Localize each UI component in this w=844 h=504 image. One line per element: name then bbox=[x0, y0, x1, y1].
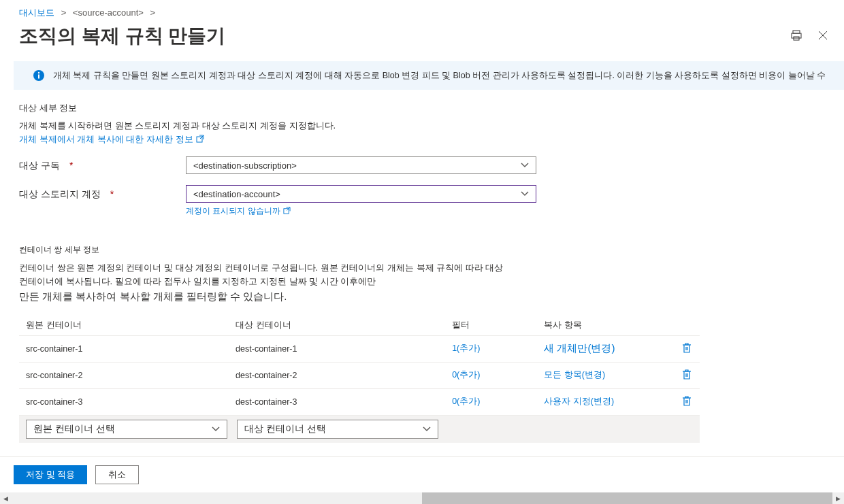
table-header: 원본 컨테이너 대상 컨테이너 필터 복사 항목 bbox=[19, 315, 700, 335]
dest-select-value: 대상 컨테이너 선택 bbox=[244, 423, 326, 435]
cell-filter-link[interactable]: 1(추가) bbox=[452, 343, 544, 354]
cell-filter-link[interactable]: 0(추가) bbox=[452, 369, 544, 381]
print-button[interactable] bbox=[788, 27, 805, 46]
account-label: 대상 스토리지 계정* bbox=[19, 185, 186, 201]
delete-row-button[interactable] bbox=[681, 368, 693, 383]
cell-copy-link[interactable]: 모든 항목(변경) bbox=[544, 369, 666, 381]
table-selector-row: 원본 컨테이너 선택 대상 컨테이너 선택 bbox=[19, 415, 700, 443]
learn-more-text: 개체 복제에서 개체 복사에 대한 자세한 정보 bbox=[19, 133, 193, 146]
subscription-dropdown[interactable]: <destination-subscription> bbox=[186, 156, 536, 174]
col-header-source: 원본 컨테이너 bbox=[26, 319, 236, 331]
source-select-value: 원본 컨테이너 선택 bbox=[33, 423, 115, 435]
cell-dest: dest-container-1 bbox=[236, 344, 452, 354]
trash-icon bbox=[682, 371, 692, 382]
scroll-track[interactable] bbox=[12, 492, 832, 504]
svg-point-6 bbox=[38, 72, 39, 73]
close-button[interactable] bbox=[815, 28, 830, 45]
breadcrumb: 대시보드 > <source-account> > bbox=[0, 0, 844, 23]
container-table: 원본 컨테이너 대상 컨테이너 필터 복사 항목 src-container-1… bbox=[19, 315, 700, 443]
external-link-icon bbox=[283, 207, 291, 216]
scroll-thumb[interactable] bbox=[422, 492, 832, 504]
scroll-right-arrow[interactable]: ▶ bbox=[832, 492, 844, 504]
trash-icon bbox=[682, 345, 692, 355]
chevron-down-icon bbox=[521, 190, 529, 198]
learn-more-link[interactable]: 개체 복제에서 개체 복사에 대한 자세한 정보 bbox=[19, 133, 204, 146]
breadcrumb-separator: > bbox=[150, 7, 156, 18]
external-link-icon bbox=[196, 135, 204, 144]
cell-dest: dest-container-3 bbox=[236, 397, 452, 407]
page-title: 조직의 복제 규칙 만들기 bbox=[19, 23, 788, 49]
col-header-copy: 복사 항목 bbox=[544, 319, 666, 331]
save-button[interactable]: 저장 및 적용 bbox=[14, 465, 87, 484]
account-helper-text: 계정이 표시되지 않습니까 bbox=[186, 205, 280, 217]
info-banner: 개체 복제 규칙을 만들면 원본 스토리지 계정과 대상 스토리지 계정에 대해… bbox=[14, 61, 844, 90]
container-section-desc2: 만든 개체를 복사하여 복사할 개체를 필터링할 수 있습니다. bbox=[19, 289, 509, 304]
chevron-down-icon bbox=[212, 425, 220, 433]
chevron-down-icon bbox=[521, 161, 529, 169]
account-value: <destination-account> bbox=[193, 189, 280, 199]
footer: 저장 및 적용 취소 bbox=[0, 456, 844, 492]
cell-source: src-container-1 bbox=[26, 344, 236, 354]
destination-section-title: 대상 세부 정보 bbox=[19, 102, 825, 114]
print-icon bbox=[791, 30, 802, 43]
svg-rect-0 bbox=[793, 31, 800, 33]
cell-source: src-container-3 bbox=[26, 397, 236, 407]
svg-rect-1 bbox=[792, 33, 801, 38]
delete-row-button[interactable] bbox=[681, 341, 693, 356]
info-banner-text: 개체 복제 규칙을 만들면 원본 스토리지 계정과 대상 스토리지 계정에 대해… bbox=[53, 70, 826, 82]
breadcrumb-current[interactable]: <source-account> bbox=[73, 7, 144, 18]
container-section-desc1: 컨테이너 쌍은 원본 계정의 컨테이너 및 대상 계정의 컨테이너로 구성됩니다… bbox=[19, 261, 509, 288]
account-not-visible-link[interactable]: 계정이 표시되지 않습니까 bbox=[186, 205, 536, 217]
breadcrumb-separator: > bbox=[61, 7, 67, 18]
breadcrumb-root[interactable]: 대시보드 bbox=[19, 7, 54, 18]
cell-copy-link[interactable]: 사용자 지정(변경) bbox=[544, 396, 666, 407]
container-section-title: 컨테이너 쌍 세부 정보 bbox=[19, 244, 825, 256]
horizontal-scrollbar[interactable]: ◀ ▶ bbox=[0, 492, 844, 504]
delete-row-button[interactable] bbox=[681, 394, 693, 409]
dest-container-select[interactable]: 대상 컨테이너 선택 bbox=[237, 420, 438, 439]
trash-icon bbox=[682, 398, 692, 408]
close-icon bbox=[818, 31, 828, 42]
cell-copy-link[interactable]: 새 개체만(변경) bbox=[544, 342, 666, 355]
svg-rect-7 bbox=[38, 75, 39, 79]
source-container-select[interactable]: 원본 컨테이너 선택 bbox=[26, 420, 227, 439]
info-icon bbox=[33, 69, 45, 82]
table-row: src-container-1 dest-container-1 1(추가) 새… bbox=[19, 335, 700, 362]
table-row: src-container-3 dest-container-3 0(추가) 사… bbox=[19, 388, 700, 415]
scroll-left-arrow[interactable]: ◀ bbox=[0, 492, 12, 504]
account-dropdown[interactable]: <destination-account> bbox=[186, 185, 536, 203]
cancel-button[interactable]: 취소 bbox=[95, 465, 139, 484]
col-header-filter: 필터 bbox=[452, 319, 544, 331]
cell-filter-link[interactable]: 0(추가) bbox=[452, 396, 544, 407]
col-header-dest: 대상 컨테이너 bbox=[236, 319, 452, 331]
chevron-down-icon bbox=[423, 425, 431, 433]
cell-dest: dest-container-2 bbox=[236, 371, 452, 380]
cell-source: src-container-2 bbox=[26, 371, 236, 380]
destination-section-desc: 개체 복제를 시작하려면 원본 스토리지 계정과 대상 스토리지 계정을 지정합… bbox=[19, 120, 825, 132]
subscription-label: 대상 구독* bbox=[19, 156, 186, 172]
table-row: src-container-2 dest-container-2 0(추가) 모… bbox=[19, 362, 700, 388]
subscription-value: <destination-subscription> bbox=[193, 161, 297, 171]
